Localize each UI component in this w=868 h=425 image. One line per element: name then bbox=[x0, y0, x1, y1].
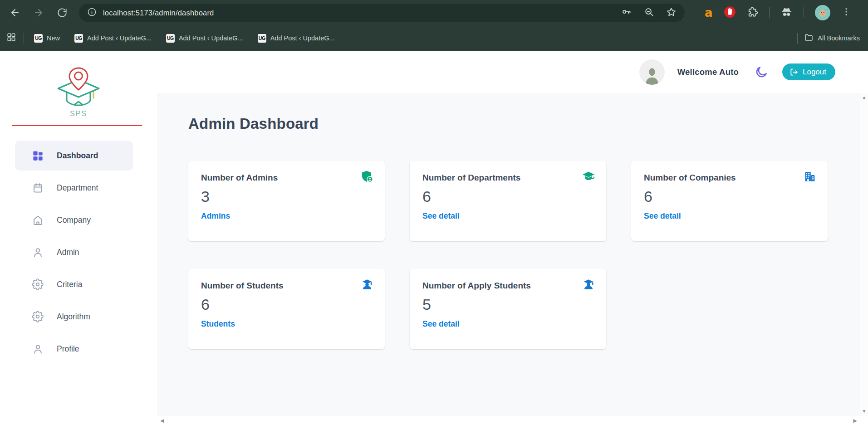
folder-icon bbox=[804, 33, 814, 44]
admin-shield-icon bbox=[361, 170, 373, 183]
sidebar-item-department[interactable]: Department bbox=[15, 173, 133, 203]
sidebar-item-dashboard[interactable]: Dashboard bbox=[15, 141, 133, 171]
logout-label: Logout bbox=[803, 68, 826, 77]
scrollbar-corner bbox=[860, 416, 868, 425]
bookmark-item[interactable]: UG Add Post ‹ UpdateG... bbox=[166, 34, 243, 43]
card-number-of-admins: Number of Admins 3 Admins bbox=[188, 161, 385, 241]
card-value: 6 bbox=[644, 188, 815, 205]
card-title: Number of Departments bbox=[422, 173, 593, 183]
card-link[interactable]: See detail bbox=[644, 211, 681, 221]
sidebar-item-label: Algorithm bbox=[57, 312, 90, 322]
page-info-icon[interactable] bbox=[87, 7, 97, 19]
bookmark-item[interactable]: UG Add Post ‹ UpdateG... bbox=[74, 34, 152, 43]
logout-button[interactable]: Logout bbox=[782, 64, 835, 80]
address-bar[interactable]: localhost:5173/admin/dashboard bbox=[79, 4, 685, 22]
sidebar-item-admin[interactable]: Admin bbox=[15, 237, 133, 267]
welcome-text: Wellcome Auto bbox=[677, 67, 739, 77]
gear-icon bbox=[32, 278, 44, 291]
browser-toolbar: localhost:5173/admin/dashboard a bbox=[0, 0, 868, 25]
scroll-right-arrow-icon[interactable]: ▶ bbox=[853, 418, 857, 423]
bookmark-label: Add Post ‹ UpdateG... bbox=[179, 34, 243, 42]
sidebar: SPS Dashboard Department Company bbox=[0, 51, 157, 425]
browser-profile-avatar[interactable] bbox=[815, 5, 830, 20]
card-number-of-apply-students: Number of Apply Students 5 bbox=[410, 269, 606, 349]
card-title: Number of Admins bbox=[201, 173, 372, 183]
bookmark-item[interactable]: UG New bbox=[34, 34, 60, 43]
sidebar-item-algorithm[interactable]: Algorithm bbox=[15, 302, 133, 332]
sidebar-item-company[interactable]: Company bbox=[15, 205, 133, 235]
card-value: 6 bbox=[422, 188, 593, 205]
sidebar-nav: Dashboard Department Company Admin bbox=[0, 141, 157, 364]
scroll-left-arrow-icon[interactable]: ◀ bbox=[160, 418, 164, 423]
bookmark-label: New bbox=[47, 34, 60, 42]
card-link[interactable]: Admins bbox=[201, 211, 230, 221]
bookmark-favicon: UG bbox=[34, 34, 43, 43]
user-avatar[interactable] bbox=[639, 59, 665, 85]
forward-icon[interactable] bbox=[31, 5, 46, 20]
sidebar-item-label: Criteria bbox=[57, 280, 82, 289]
sidebar-item-label: Dashboard bbox=[57, 151, 98, 161]
logo-divider bbox=[12, 125, 142, 126]
url-text[interactable]: localhost:5173/admin/dashboard bbox=[103, 9, 214, 17]
bookmark-favicon: UG bbox=[258, 34, 266, 43]
bookmark-favicon: UG bbox=[166, 34, 175, 43]
toolbar-separator bbox=[769, 7, 770, 18]
browser-chrome: localhost:5173/admin/dashboard a bbox=[0, 0, 868, 51]
app-logo: SPS bbox=[0, 51, 157, 126]
menu-dots-icon[interactable] bbox=[841, 7, 851, 19]
amazon-extension-icon[interactable]: a bbox=[705, 7, 713, 19]
card-value: 6 bbox=[201, 296, 372, 313]
zoom-out-icon[interactable] bbox=[644, 7, 654, 19]
sidebar-item-label: Company bbox=[57, 215, 91, 225]
apps-grid-icon[interactable] bbox=[6, 32, 16, 44]
bookmarks-bar: UG New UG Add Post ‹ UpdateG... UG Add P… bbox=[0, 25, 868, 51]
logout-icon bbox=[790, 68, 799, 77]
card-title: Number of Companies bbox=[644, 173, 815, 183]
bookmark-item[interactable]: UG Add Post ‹ UpdateG... bbox=[258, 34, 335, 43]
logo-text: SPS bbox=[0, 110, 157, 118]
user-icon bbox=[32, 246, 44, 259]
bookmarks-separator bbox=[797, 33, 798, 44]
all-bookmarks-button[interactable]: All Bookmarks bbox=[804, 33, 860, 44]
main-area: Wellcome Auto Logout Admin Dashboard Num… bbox=[157, 51, 868, 425]
calendar-icon bbox=[32, 182, 44, 194]
card-link[interactable]: Students bbox=[201, 319, 235, 329]
topbar: Wellcome Auto Logout bbox=[157, 51, 868, 93]
sidebar-item-label: Profile bbox=[57, 344, 79, 354]
scroll-up-arrow-icon[interactable]: ▲ bbox=[860, 95, 868, 100]
sidebar-item-label: Department bbox=[57, 183, 98, 193]
bookmarks-separator bbox=[24, 33, 24, 44]
back-icon[interactable] bbox=[7, 5, 23, 20]
adblock-extension-icon[interactable] bbox=[724, 6, 736, 20]
user-icon bbox=[32, 343, 44, 355]
sidebar-item-criteria[interactable]: Criteria bbox=[15, 269, 133, 299]
card-link[interactable]: See detail bbox=[422, 319, 460, 329]
stat-cards: Number of Admins 3 Admins bbox=[188, 161, 860, 349]
scroll-down-arrow-icon[interactable]: ▼ bbox=[860, 409, 868, 414]
card-number-of-departments: Number of Departments 6 See detail bbox=[410, 161, 606, 241]
home-icon bbox=[32, 214, 44, 226]
reload-icon[interactable] bbox=[54, 5, 70, 20]
sidebar-item-profile[interactable]: Profile bbox=[15, 334, 133, 364]
dark-mode-moon-icon[interactable] bbox=[753, 64, 770, 80]
vertical-scrollbar[interactable]: ▲ ▼ bbox=[860, 93, 868, 416]
toolbar-separator bbox=[804, 7, 804, 18]
card-value: 5 bbox=[422, 296, 593, 313]
dashboard-grid-icon bbox=[32, 150, 44, 162]
incognito-icon[interactable] bbox=[780, 6, 793, 20]
bookmark-favicon: UG bbox=[74, 34, 83, 43]
gear-icon bbox=[32, 311, 44, 323]
bookmark-label: Add Post ‹ UpdateG... bbox=[270, 34, 335, 42]
card-value: 3 bbox=[201, 188, 372, 205]
bookmark-star-icon[interactable] bbox=[666, 7, 677, 19]
horizontal-scrollbar[interactable]: ◀ ▶ bbox=[157, 416, 860, 425]
extensions-puzzle-icon[interactable] bbox=[747, 6, 758, 20]
card-title: Number of Apply Students bbox=[422, 281, 593, 291]
card-link[interactable]: See detail bbox=[422, 211, 460, 221]
passwords-key-icon[interactable] bbox=[621, 6, 632, 19]
all-bookmarks-label: All Bookmarks bbox=[818, 34, 860, 42]
student-icon bbox=[361, 278, 373, 291]
card-number-of-companies: Number of Companies bbox=[631, 161, 828, 241]
screen: localhost:5173/admin/dashboard a bbox=[0, 0, 868, 425]
sps-logo-icon bbox=[52, 67, 105, 109]
